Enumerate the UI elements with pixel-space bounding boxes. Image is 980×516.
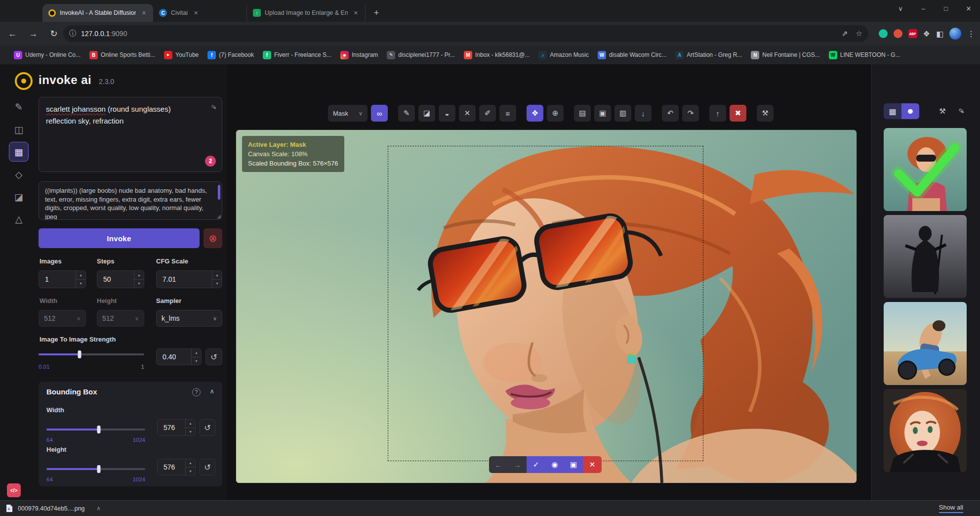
stepper[interactable]: ▴▾: [76, 271, 85, 288]
stepper[interactable]: ▴▾: [191, 349, 201, 365]
negative-prompt-input[interactable]: ((implants)) (large boobs) nude bad anat…: [39, 181, 222, 220]
profile-avatar[interactable]: [949, 28, 961, 40]
bookmark-wacom[interactable]: Wdisable Wacom Circ...: [598, 51, 666, 59]
tab-close-icon[interactable]: ✕: [140, 9, 148, 17]
tab-text-to-image[interactable]: ✎: [9, 97, 29, 117]
discard-image-button[interactable]: ✕: [583, 456, 602, 473]
cancel-button[interactable]: ⊗: [204, 228, 222, 248]
tab-nodes[interactable]: ◇: [9, 165, 29, 184]
bookmark-udemy[interactable]: UUdemy - Online Co...: [14, 51, 81, 59]
fill-tool-button[interactable]: ◒: [439, 105, 455, 122]
steps-input[interactable]: 50 ▴▾: [97, 270, 144, 288]
extensions-puzzle-icon[interactable]: ❖: [923, 29, 930, 39]
prompt-input[interactable]: scarlett johansson (round sunglasses)ref…: [39, 97, 222, 172]
reset-view-button[interactable]: ⊕: [547, 105, 564, 122]
stepper[interactable]: ▴▾: [185, 459, 195, 475]
upload-image-button[interactable]: ↑: [709, 105, 726, 122]
forward-button[interactable]: →: [25, 25, 41, 42]
gallery-thumbnail-3[interactable]: [884, 302, 967, 385]
bookmark-webtoon[interactable]: WLINE WEBTOON - G...: [829, 51, 900, 59]
canvas-settings-button[interactable]: ⚒: [757, 105, 774, 122]
console-toggle-button[interactable]: </>: [7, 483, 21, 497]
save-to-gallery-button[interactable]: ▣: [594, 105, 611, 122]
tab-unified-canvas[interactable]: ▦: [9, 142, 29, 162]
merge-layers-button[interactable]: ▤: [574, 105, 591, 122]
accept-image-button[interactable]: ✓: [527, 456, 545, 473]
unified-canvas[interactable]: Active Layer: Mask Canvas Scale: 108% Sc…: [236, 130, 857, 483]
browser-tab-civitai[interactable]: C Civitai ✕: [153, 4, 247, 22]
undo-button[interactable]: ↶: [662, 105, 679, 122]
extension-adblock-icon[interactable]: ABP: [908, 29, 917, 38]
gallery-pin-button[interactable]: ✑: [954, 104, 969, 119]
brush-tool-button[interactable]: ✎: [398, 105, 415, 122]
side-panel-icon[interactable]: ◧: [936, 29, 943, 39]
bookmark-instagram[interactable]: ◉Instagram: [340, 51, 378, 59]
bookmark-disciplenei[interactable]: ✎disciplenei1777 - Pr...: [387, 51, 455, 59]
show-hide-button[interactable]: ◉: [545, 456, 564, 473]
clear-mask-button[interactable]: ✕: [459, 105, 476, 122]
back-button[interactable]: ←: [4, 25, 21, 42]
address-bar[interactable]: ⓘ 127.0.0.1:9090 ⇗ ☆: [63, 25, 868, 42]
bookmark-neil-fontaine[interactable]: NNeil Fontaine | CGS...: [751, 51, 820, 59]
color-picker-button[interactable]: ✐: [479, 105, 496, 122]
bbox-height-reset-button[interactable]: ↺: [200, 459, 215, 475]
stepper[interactable]: ▴▾: [212, 271, 222, 288]
tab-image-to-image[interactable]: ◫: [9, 120, 29, 139]
extension-grammarly-icon[interactable]: [879, 29, 888, 38]
redo-button[interactable]: ↷: [682, 105, 699, 122]
brush-options-button[interactable]: ≡: [499, 105, 516, 122]
mask-toggle-button[interactable]: ∞: [371, 105, 388, 122]
gallery-thumbnail-4[interactable]: [884, 389, 967, 472]
tab-close-icon[interactable]: ✕: [192, 9, 200, 17]
bookmark-amazon-music[interactable]: ♪Amazon Music: [538, 51, 589, 59]
gallery-images-tab[interactable]: ▩: [884, 103, 901, 119]
copy-to-clipboard-button[interactable]: ▥: [614, 105, 631, 122]
reload-button[interactable]: ↻: [45, 25, 62, 42]
browser-menu-icon[interactable]: ⋮: [967, 29, 975, 39]
bbox-width-input[interactable]: 576 ▴▾: [157, 419, 196, 436]
scrollbar-thumb[interactable]: [218, 185, 220, 200]
collapse-icon[interactable]: ∧: [209, 387, 214, 395]
i2i-reset-button[interactable]: ↺: [205, 348, 222, 365]
gallery-thumbnail-1[interactable]: [884, 128, 967, 211]
gallery-thumbnail-2[interactable]: [884, 215, 967, 298]
show-all-downloads-button[interactable]: Show all: [939, 504, 963, 513]
width-select[interactable]: 512∨: [39, 310, 86, 327]
new-tab-button[interactable]: +: [369, 6, 383, 20]
bookmark-sports[interactable]: BOnline Sports Betti...: [89, 51, 155, 59]
bbox-width-reset-button[interactable]: ↺: [200, 419, 215, 436]
sampler-select[interactable]: k_lms∨: [156, 310, 222, 327]
share-icon[interactable]: ⇗: [842, 29, 848, 38]
i2i-strength-slider[interactable]: [39, 350, 144, 358]
browser-tab-upscale[interactable]: ↑ Upload Image to Enlarge & Enla... ✕: [247, 4, 366, 22]
next-image-button[interactable]: →: [508, 456, 527, 473]
bookmark-inbox[interactable]: MInbox - klk56831@...: [464, 51, 530, 59]
bookmark-fiverr[interactable]: fFiverr - Freelance S...: [263, 51, 331, 59]
i2i-strength-input[interactable]: 0.40 ▴▾: [156, 348, 202, 365]
resize-grip[interactable]: [217, 215, 221, 218]
minimize-button[interactable]: –: [912, 0, 935, 17]
layer-select[interactable]: Mask∨: [328, 105, 368, 122]
site-info-icon[interactable]: ⓘ: [69, 29, 76, 38]
bookmark-facebook[interactable]: f(7) Facebook: [207, 51, 254, 59]
bounding-box-outline[interactable]: [388, 146, 703, 461]
bbox-width-slider[interactable]: [46, 425, 145, 433]
bbox-height-input[interactable]: 576 ▴▾: [157, 459, 196, 475]
tab-search-icon[interactable]: ∨: [889, 0, 912, 17]
download-item[interactable]: 000979.40d74eb5....png ∧: [6, 504, 101, 513]
tab-training[interactable]: △: [9, 209, 29, 229]
extension-red-icon[interactable]: [894, 29, 902, 38]
bookmark-artstation[interactable]: AArtStation - Greg R...: [675, 51, 742, 59]
stepper[interactable]: ▴▾: [185, 420, 195, 435]
help-icon[interactable]: ?: [192, 388, 201, 396]
tab-close-icon[interactable]: ✕: [352, 9, 360, 17]
maximize-button[interactable]: □: [935, 0, 957, 17]
gallery-settings-button[interactable]: ⚒: [935, 104, 950, 119]
previous-image-button[interactable]: ←: [489, 456, 508, 473]
browser-tab-invokeai[interactable]: InvokeAI - A Stable Diffusion Tou... ✕: [42, 4, 153, 22]
bbox-height-slider[interactable]: [46, 465, 145, 473]
bookmark-youtube[interactable]: ▶YouTube: [164, 51, 199, 59]
clear-canvas-button[interactable]: ✖: [730, 105, 746, 122]
tab-postprocessing[interactable]: ◪: [9, 187, 29, 207]
close-button[interactable]: ✕: [957, 0, 980, 17]
